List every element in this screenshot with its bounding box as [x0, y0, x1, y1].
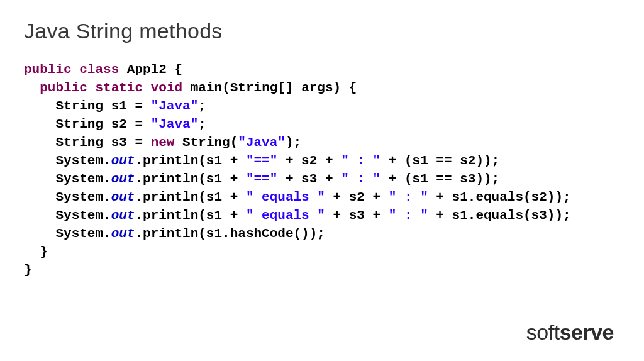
code-text: String s2 = [55, 117, 150, 131]
string-literal: "==" [246, 153, 277, 168]
field-out: out [111, 153, 135, 168]
slide-title: Java String methods [24, 19, 620, 43]
code-text: + s2 + [277, 153, 341, 168]
string-literal: "Java" [151, 99, 199, 113]
field-out: out [111, 172, 135, 186]
code-text: .println(s1 + [135, 153, 245, 168]
string-literal: "Java" [238, 135, 286, 150]
logo-part1: soft [526, 320, 560, 344]
logo-part2: serve [560, 320, 614, 344]
presentation-slide: Java String methods public class Appl2 {… [0, 0, 644, 361]
code-text: ; [198, 117, 206, 131]
string-literal: " equals " [246, 190, 325, 204]
code-text: + (s1 == s3)); [380, 172, 499, 186]
softserve-logo: softserve [526, 320, 614, 345]
string-literal: " : " [389, 208, 428, 223]
classname: Appl2 { [127, 62, 182, 77]
string-literal: "Java" [151, 117, 199, 131]
code-text: String s3 = [55, 135, 150, 150]
string-literal: " equals " [246, 208, 325, 223]
keyword-public: public [24, 62, 72, 77]
code-text: ); [286, 135, 301, 150]
keyword-void: void [151, 81, 182, 95]
code-text: + s1.equals(s3)); [428, 208, 571, 223]
code-text: } [24, 263, 32, 277]
code-text: } [24, 245, 48, 259]
field-out: out [111, 208, 135, 223]
java-code-block: public class Appl2 { public static void … [24, 61, 620, 280]
code-text: + (s1 == s2)); [380, 153, 499, 168]
field-out: out [111, 226, 135, 241]
method-signature: main(String[] args) { [191, 81, 357, 95]
keyword-new: new [151, 135, 175, 150]
code-text: String s1 = [55, 99, 150, 113]
string-literal: " : " [389, 190, 428, 204]
string-literal: " : " [341, 172, 380, 186]
code-text: System. [55, 208, 111, 223]
code-text: .println(s1.hashCode()); [135, 226, 325, 241]
string-literal: "==" [246, 172, 277, 186]
code-text: System. [55, 172, 111, 186]
code-text: System. [55, 226, 111, 241]
string-literal: " : " [341, 153, 380, 168]
code-text: + s2 + [325, 190, 389, 204]
keyword-public: public [40, 81, 87, 95]
code-text: + s3 + [325, 208, 389, 223]
code-text: System. [55, 190, 111, 204]
code-text: System. [55, 153, 111, 168]
code-text: .println(s1 + [135, 190, 245, 204]
code-text: .println(s1 + [135, 172, 245, 186]
code-text: ; [198, 99, 206, 113]
keyword-class: class [79, 62, 119, 77]
code-text: + s1.equals(s2)); [428, 190, 571, 204]
field-out: out [111, 190, 135, 204]
code-text: String( [174, 135, 238, 150]
code-text: .println(s1 + [135, 208, 245, 223]
code-text: + s3 + [277, 172, 341, 186]
keyword-static: static [95, 81, 143, 95]
